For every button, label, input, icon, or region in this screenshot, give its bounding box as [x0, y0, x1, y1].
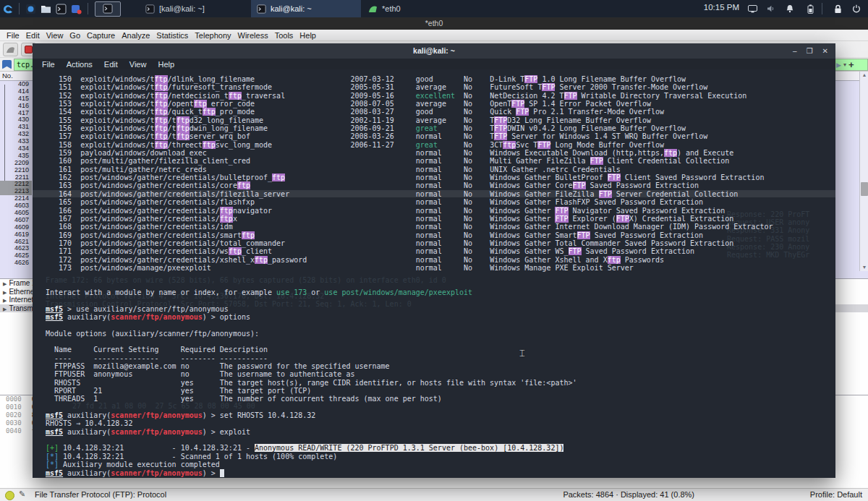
launcher-files[interactable]	[40, 3, 52, 15]
notification-bell-icon[interactable]	[784, 3, 796, 14]
detail-label: Internet	[9, 296, 33, 304]
wireshark-menu-wireless[interactable]: Wireless	[238, 31, 268, 40]
filter-dropdown-icon[interactable]: ▾	[843, 61, 846, 68]
module-rank: normal	[416, 181, 442, 189]
console-line: msf5 auxiliary(scanner/ftp/anonymous) > …	[46, 428, 773, 436]
module-row: 161 post/multi/gather/netrc_creds normal…	[46, 166, 773, 174]
terminal-icon	[103, 4, 113, 14]
battery-icon[interactable]	[804, 3, 816, 14]
wireshark-menu-file[interactable]: File	[7, 31, 20, 40]
module-rank: normal	[416, 256, 442, 264]
search-match: ftp	[155, 75, 168, 83]
expand-arrow-icon[interactable]: ▶	[3, 298, 7, 303]
scrollbar-thumb[interactable]	[861, 182, 868, 196]
terminal-menu-file[interactable]: File	[42, 60, 55, 69]
hex-offset: 0000	[0, 395, 22, 403]
filter-apply-icon[interactable]: ▶	[836, 61, 841, 69]
console-line: RHOSTS yes The target host(s), range CID…	[46, 379, 773, 387]
search-match: FTP	[524, 75, 537, 83]
search-match: FTP	[569, 247, 582, 255]
capture-comment-icon[interactable]: ✎	[19, 489, 25, 499]
wireshark-menu-analyze[interactable]: Analyze	[122, 31, 150, 40]
packet-row[interactable]: 4626	[0, 260, 32, 267]
console-red-segment: scanner/ftp/anonymous	[111, 428, 202, 436]
scroll-up-icon[interactable]: ▲	[860, 72, 868, 79]
launcher-screenshot[interactable]	[70, 3, 82, 15]
status-profile[interactable]: Profile: Default	[810, 490, 862, 499]
search-match: ftp	[220, 207, 233, 215]
wireshark-menu-help[interactable]: Help	[299, 31, 316, 40]
filter-expression-add-button[interactable]: +	[848, 59, 854, 70]
kali-logo-icon	[2, 3, 14, 14]
console-blue-segment: [*]	[46, 461, 59, 468]
filter-bookmark-icon[interactable]	[2, 60, 12, 69]
taskbar-separator	[88, 3, 88, 14]
power-icon[interactable]	[851, 3, 862, 14]
search-match: ftp	[155, 132, 168, 140]
terminal-menu-help[interactable]: Help	[158, 60, 174, 69]
wireshark-menu-tools[interactable]: Tools	[275, 31, 294, 40]
console-line: FTPPASS mozilla@example.com no The passw…	[46, 362, 773, 370]
expand-arrow-icon[interactable]: ▶	[3, 290, 7, 295]
module-rank: normal	[416, 247, 442, 255]
maximize-icon[interactable]: ❐	[807, 47, 813, 55]
terminal-output-area[interactable]: Frame 172: 66 bytes on wire (528 bits), …	[33, 69, 835, 478]
module-row: 152 exploit/windows/tftp/netdecision_tft…	[46, 92, 773, 100]
console-msf-segment: msf5	[46, 428, 63, 436]
terminal-titlebar[interactable]: kali@kali: ~ – ❐ ✕	[33, 43, 835, 59]
wireshark-menu-go[interactable]: Go	[69, 31, 80, 40]
wireshark-menubar: FileEditViewGoCaptureAnalyzeStatisticsTe…	[0, 30, 868, 41]
taskbar-window-minimized-terminal[interactable]: [kali@kali: ~]	[140, 0, 250, 17]
module-row: 159 payload/windows/download_exec normal…	[46, 149, 773, 157]
terminal-menu-view[interactable]: View	[129, 60, 147, 69]
module-rank: normal	[416, 264, 442, 272]
module-rank: average	[416, 100, 446, 108]
launcher-browser[interactable]	[25, 3, 37, 15]
search-match: FTP	[564, 92, 577, 100]
module-row: 160 post/multi/gather/filezilla_client_c…	[46, 157, 773, 165]
active-launcher-terminal[interactable]	[95, 1, 121, 17]
wireshark-menu-statistics[interactable]: Statistics	[156, 31, 188, 40]
search-match: FTP	[590, 157, 603, 165]
wireshark-menu-capture[interactable]: Capture	[87, 31, 115, 40]
expand-arrow-icon[interactable]: ▶	[3, 281, 7, 286]
module-rank: normal	[416, 132, 442, 140]
terminal-menu-edit[interactable]: Edit	[104, 60, 118, 69]
console-line: [*] Auxiliary module execution completed	[46, 461, 773, 468]
launcher-terminal[interactable]	[55, 3, 67, 15]
search-match: ftp	[203, 141, 216, 149]
wireshark-title: *eth0	[425, 19, 443, 27]
module-rank: great	[416, 141, 438, 149]
close-icon[interactable]: ✕	[822, 47, 828, 55]
taskbar-window-active-terminal[interactable]: kali@kali: ~	[251, 0, 361, 17]
clock[interactable]: 10:15 PM	[704, 3, 739, 12]
packet-list-scrollbar[interactable]: ▲ ▼	[859, 72, 868, 271]
folder-icon	[41, 4, 51, 14]
wireshark-start-capture-button[interactable]	[3, 43, 18, 56]
taskbar-window-wireshark[interactable]: *eth0	[362, 0, 472, 17]
console-line: Interact with a module by name or index,…	[46, 288, 773, 296]
expand-arrow-icon[interactable]: ▶	[3, 307, 7, 312]
wireshark-menu-view[interactable]: View	[46, 31, 64, 40]
lock-icon[interactable]	[832, 3, 843, 14]
search-match: ftp	[229, 92, 242, 100]
module-row: 154 exploit/windows/tftp/quick_tftp_pro_…	[46, 108, 773, 116]
expert-info-icon[interactable]	[5, 491, 14, 500]
display-icon[interactable]	[746, 3, 758, 14]
search-match: ftp	[155, 141, 168, 149]
console-cursor-segment	[220, 469, 224, 477]
console-msf-segment: msf5	[46, 469, 63, 477]
console-line: msf5 > use auxiliary/scanner/ftp/anonymo…	[46, 305, 773, 313]
console-line: [+] 10.4.128.32:21 - 10.4.128.32:21 - An…	[46, 444, 773, 452]
wireshark-titlebar[interactable]: *eth0	[0, 17, 868, 30]
console-msf-segment: msf5	[46, 313, 63, 321]
volume-icon[interactable]	[765, 3, 777, 14]
minimize-icon[interactable]: –	[793, 47, 797, 55]
wireshark-menu-telephony[interactable]: Telephony	[195, 31, 231, 40]
scroll-down-icon[interactable]: ▼	[860, 264, 868, 271]
module-row: 164 post/windows/gather/credentials/file…	[46, 190, 773, 198]
wireshark-menu-edit[interactable]: Edit	[26, 31, 40, 40]
terminal-menu-actions[interactable]: Actions	[67, 60, 93, 69]
kali-menu-button[interactable]	[1, 3, 14, 15]
search-match: FTP	[573, 181, 586, 189]
